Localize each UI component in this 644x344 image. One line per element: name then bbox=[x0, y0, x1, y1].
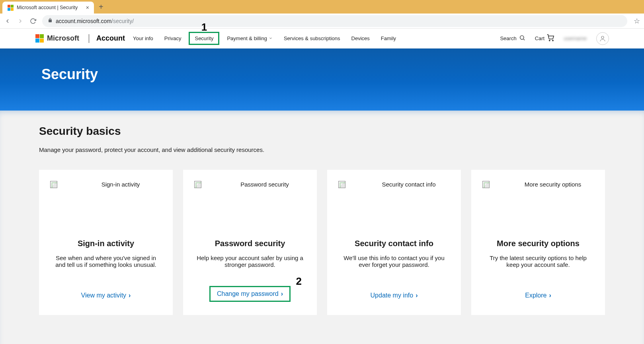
nav-services[interactable]: Services & subscriptions bbox=[282, 33, 342, 44]
forward-button[interactable] bbox=[17, 17, 24, 25]
chevron-right-icon: › bbox=[129, 292, 131, 299]
browser-toolbar: account.microsoft.com/security/ ☆ bbox=[0, 14, 644, 29]
address-bar[interactable]: account.microsoft.com/security/ bbox=[42, 15, 627, 27]
section-subtitle: Manage your password, protect your accou… bbox=[39, 146, 605, 153]
annotation-label-1: 1 bbox=[201, 21, 207, 33]
browser-tab[interactable]: Microsoft account | Security × bbox=[2, 2, 94, 14]
back-button[interactable] bbox=[4, 17, 11, 25]
card-top-label: More security options bbox=[512, 181, 594, 188]
card-link-label: Update my info bbox=[371, 292, 414, 299]
search-label: Search bbox=[500, 35, 516, 41]
card-title: More security options bbox=[497, 239, 580, 248]
account-link[interactable]: Account bbox=[96, 34, 125, 43]
svg-point-3 bbox=[601, 36, 604, 39]
card-text: We'll use this info to contact you if yo… bbox=[338, 255, 450, 268]
site-header: Microsoft Account Your info Privacy Secu… bbox=[0, 29, 644, 49]
broken-image-icon bbox=[194, 181, 201, 188]
primary-nav: Your info Privacy Security 1 Payment & b… bbox=[131, 33, 398, 44]
url-text: account.microsoft.com/security/ bbox=[56, 18, 134, 24]
card-top-label: Sign-in activity bbox=[80, 181, 162, 188]
card-title: Security contact info bbox=[355, 239, 433, 248]
page-title: Security bbox=[0, 66, 644, 83]
card-link-label: Change my password bbox=[217, 290, 279, 297]
card-top-label: Password security bbox=[224, 181, 306, 188]
bookmark-star-icon[interactable]: ☆ bbox=[634, 17, 640, 25]
broken-image-icon bbox=[50, 181, 57, 188]
update-info-link[interactable]: Update my info › bbox=[371, 292, 418, 299]
nav-payment-label: Payment & billing bbox=[227, 35, 267, 41]
reload-button[interactable] bbox=[29, 17, 37, 25]
card-password-security: Password security Password security Help… bbox=[183, 170, 317, 315]
card-signin-activity: Sign-in activity Sign-in activity See wh… bbox=[39, 170, 173, 315]
lock-icon bbox=[48, 18, 53, 24]
nav-family[interactable]: Family bbox=[379, 33, 398, 44]
card-security-contact: Security contact info Security contact i… bbox=[327, 170, 461, 315]
card-top-label: Security contact info bbox=[368, 181, 450, 188]
header-right: Search Cart username bbox=[500, 32, 609, 45]
svg-point-0 bbox=[520, 36, 523, 39]
chevron-down-icon bbox=[269, 35, 273, 41]
account-avatar-icon[interactable] bbox=[596, 32, 609, 45]
card-link-label: View my activity bbox=[81, 292, 127, 299]
main-content: Security basics Manage your password, pr… bbox=[0, 111, 644, 344]
cart-button[interactable]: Cart bbox=[535, 34, 554, 43]
nav-devices[interactable]: Devices bbox=[350, 33, 371, 44]
annotation-label-2: 2 bbox=[296, 275, 302, 288]
account-name-blurred: username bbox=[564, 35, 587, 41]
microsoft-logo-icon bbox=[35, 34, 44, 43]
card-title: Sign-in activity bbox=[78, 239, 134, 248]
broken-image-icon bbox=[338, 181, 345, 188]
browser-tab-strip: Microsoft account | Security × + bbox=[0, 0, 644, 14]
chevron-right-icon: › bbox=[416, 292, 418, 299]
security-cards: Sign-in activity Sign-in activity See wh… bbox=[39, 170, 605, 315]
tab-title: Microsoft account | Security bbox=[17, 5, 78, 10]
nav-payment[interactable]: Payment & billing bbox=[225, 33, 274, 44]
new-tab-button[interactable]: + bbox=[94, 2, 108, 12]
search-icon bbox=[519, 35, 525, 42]
svg-point-2 bbox=[552, 40, 553, 41]
microsoft-wordmark: Microsoft bbox=[47, 34, 79, 43]
nav-security[interactable]: Security 1 bbox=[191, 34, 217, 43]
tab-close-icon[interactable]: × bbox=[86, 4, 89, 11]
chevron-right-icon: › bbox=[549, 292, 551, 299]
svg-point-1 bbox=[549, 40, 550, 41]
nav-your-info[interactable]: Your info bbox=[131, 33, 155, 44]
microsoft-logo[interactable]: Microsoft bbox=[35, 34, 79, 43]
cart-label: Cart bbox=[535, 35, 545, 41]
chevron-right-icon: › bbox=[281, 290, 283, 297]
search-button[interactable]: Search bbox=[500, 35, 525, 42]
broken-image-icon bbox=[482, 181, 490, 188]
change-password-link[interactable]: Change my password › bbox=[212, 289, 288, 299]
nav-privacy[interactable]: Privacy bbox=[163, 33, 183, 44]
header-divider bbox=[89, 34, 89, 43]
explore-link[interactable]: Explore › bbox=[525, 292, 551, 299]
card-text: Try the latest security options to help … bbox=[482, 255, 594, 268]
view-activity-link[interactable]: View my activity › bbox=[81, 292, 131, 299]
favicon-microsoft-icon bbox=[7, 4, 14, 11]
section-title: Security basics bbox=[39, 125, 605, 138]
card-link-label: Explore bbox=[525, 292, 546, 299]
card-title: Password security bbox=[215, 239, 285, 248]
card-more-options: More security options More security opti… bbox=[471, 170, 605, 315]
cart-icon bbox=[547, 34, 554, 43]
hero-banner: Security bbox=[0, 49, 644, 111]
nav-security-label: Security bbox=[195, 35, 213, 41]
card-text: Help keep your account safer by using a … bbox=[194, 255, 306, 268]
card-text: See when and where you've signed in and … bbox=[50, 255, 162, 268]
